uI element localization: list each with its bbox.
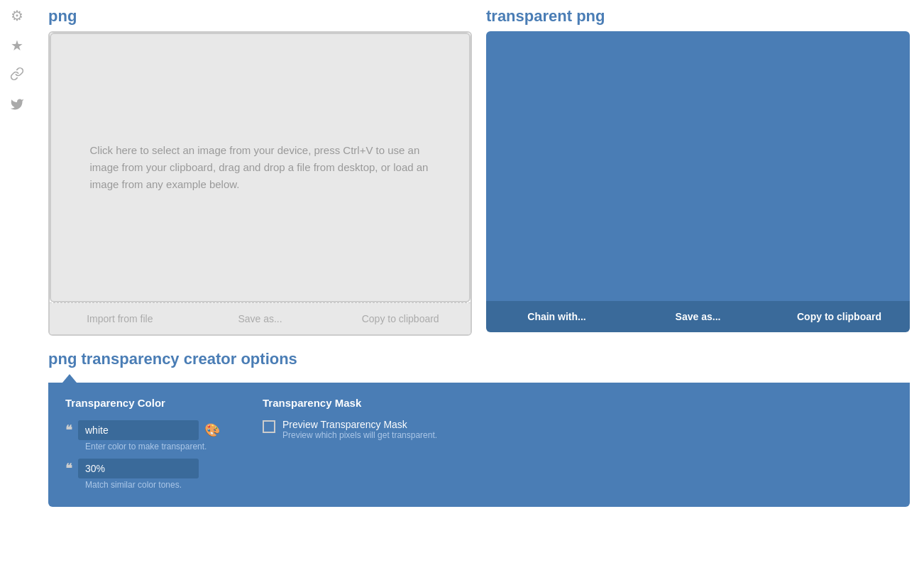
color-picker-icon[interactable]: 🎨	[204, 422, 220, 438]
transparent-panel: transparent png Chain with... Save as...…	[486, 7, 910, 336]
transparency-color-title: Transparency Color	[65, 397, 220, 409]
top-section: png Click here to select an image from y…	[48, 7, 910, 336]
twitter-icon[interactable]	[10, 97, 24, 115]
link-icon[interactable]	[10, 67, 24, 84]
quote-icon-2: ❝	[65, 461, 72, 476]
color-input-row: ❝ 🎨 Enter color to make transparent.	[65, 420, 220, 451]
preview-mask-row: Preview Transparency Mask Preview which …	[263, 419, 437, 440]
tolerance-input-container: ❝	[65, 459, 220, 478]
preview-mask-labels: Preview Transparency Mask Preview which …	[282, 419, 437, 440]
copy-to-clipboard-btn[interactable]: Copy to clipboard	[330, 303, 471, 334]
transparent-save-as-btn[interactable]: Save as...	[627, 301, 769, 332]
options-section: png transparency creator options Transpa…	[48, 350, 910, 507]
preview-mask-checkbox[interactable]	[263, 420, 275, 433]
upload-hint: Click here to select an image from your …	[90, 142, 431, 193]
quote-icon-1: ❝	[65, 422, 72, 438]
options-panel: Transparency Color ❝ 🎨 Enter color to ma…	[48, 383, 910, 507]
png-panel: png Click here to select an image from y…	[48, 7, 472, 336]
sidebar: ⚙ ★	[0, 0, 34, 575]
tolerance-hint: Match similar color tones.	[85, 480, 220, 490]
transparency-color-group: Transparency Color ❝ 🎨 Enter color to ma…	[65, 397, 220, 490]
star-icon[interactable]: ★	[11, 37, 23, 54]
tolerance-input-row: ❝ Match similar color tones.	[65, 459, 220, 490]
transparent-preview-area	[486, 31, 910, 301]
transparency-mask-group: Transparency Mask Preview Transparency M…	[263, 397, 437, 490]
chain-with-btn[interactable]: Chain with...	[486, 301, 627, 332]
transparent-panel-title: transparent png	[486, 7, 910, 26]
upload-area[interactable]: Click here to select an image from your …	[50, 33, 471, 302]
png-panel-title: png	[48, 7, 472, 26]
color-input-container: ❝ 🎨	[65, 420, 220, 440]
transparent-panel-wrapper: Chain with... Save as... Copy to clipboa…	[486, 31, 910, 332]
options-title: png transparency creator options	[48, 350, 910, 368]
options-arrow	[62, 374, 77, 383]
transparent-copy-clipboard-btn[interactable]: Copy to clipboard	[769, 301, 910, 332]
save-as-btn[interactable]: Save as...	[190, 303, 331, 334]
preview-mask-sublabel: Preview which pixels will get transparen…	[282, 430, 437, 440]
transparency-mask-title: Transparency Mask	[263, 397, 437, 409]
gear-icon[interactable]: ⚙	[11, 7, 23, 24]
preview-mask-label: Preview Transparency Mask	[282, 419, 437, 430]
color-input[interactable]	[78, 420, 199, 440]
main-content: png Click here to select an image from y…	[34, 0, 924, 521]
tolerance-input[interactable]	[78, 459, 199, 478]
import-from-file-btn[interactable]: Import from file	[50, 303, 190, 334]
transparent-panel-actions: Chain with... Save as... Copy to clipboa…	[486, 301, 910, 332]
png-panel-actions: Import from file Save as... Copy to clip…	[50, 302, 471, 334]
color-input-hint: Enter color to make transparent.	[85, 442, 220, 451]
png-panel-wrapper: Click here to select an image from your …	[48, 31, 472, 336]
